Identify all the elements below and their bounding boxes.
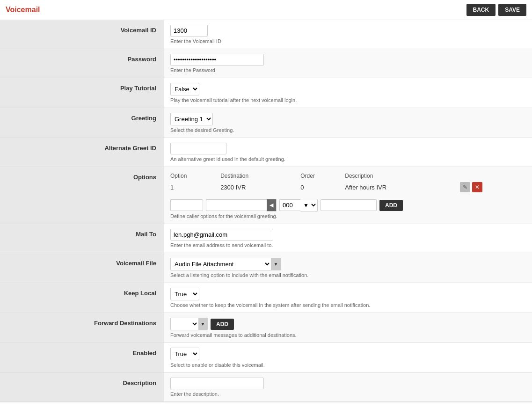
play-tutorial-cell: False True Play the voicemail tutorial a… — [164, 78, 532, 108]
greeting-label: Greeting — [0, 108, 164, 138]
option-dest-wrapper: ◀ — [206, 199, 277, 211]
play-tutorial-label: Play Tutorial — [0, 78, 164, 108]
edit-option-button[interactable]: ✎ — [460, 182, 470, 192]
order-wrapper: ▼ — [279, 199, 318, 211]
password-input[interactable] — [170, 54, 264, 66]
options-row: Options Option Destination Order Descrip… — [0, 167, 532, 224]
options-hint: Define caller options for the voicemail … — [170, 213, 525, 219]
mail-to-cell: Enter the email address to send voicemai… — [164, 224, 532, 253]
description-row: Description Enter the description. — [0, 373, 532, 402]
col-actions — [460, 172, 525, 181]
keep-local-row: Keep Local True False Choose whether to … — [0, 283, 532, 313]
save-button-header[interactable]: SAVE — [498, 4, 526, 16]
alternate-greet-id-label: Alternate Greet ID — [0, 138, 164, 167]
option-order: 0 — [300, 181, 345, 194]
voicemail-file-wrapper: Audio File Attachment Link to Audio File… — [170, 258, 525, 270]
greeting-cell: Greeting 1 Greeting 2 Greeting 3 Select … — [164, 108, 532, 138]
password-row: Password Enter the Password — [0, 49, 532, 78]
col-destination: Destination — [220, 172, 300, 181]
delete-option-button[interactable]: ✕ — [472, 182, 482, 192]
password-label: Password — [0, 49, 164, 78]
enabled-select[interactable]: True False — [170, 348, 199, 360]
option-description: After hours IVR — [345, 181, 460, 194]
header-buttons: BACK SAVE — [466, 4, 526, 16]
order-input[interactable] — [279, 199, 300, 211]
keep-local-label: Keep Local — [0, 283, 164, 313]
voicemail-file-label: Voicemail File — [0, 253, 164, 283]
mail-to-hint: Enter the email address to send voicemai… — [170, 242, 525, 248]
page-header: Voicemail BACK SAVE — [0, 0, 532, 20]
alternate-greet-id-cell: An alternative greet id used in the defa… — [164, 138, 532, 167]
option-value: 1 — [170, 181, 220, 194]
options-cell: Option Destination Order Description 1 2… — [164, 167, 532, 224]
description-hint: Enter the description. — [170, 391, 525, 397]
keep-local-select[interactable]: True False — [170, 288, 199, 300]
keep-local-cell: True False Choose whether to keep the vo… — [164, 283, 532, 313]
greeting-hint: Select the desired Greeting. — [170, 127, 525, 133]
description-label: Description — [0, 373, 164, 401]
greeting-select[interactable]: Greeting 1 Greeting 2 Greeting 3 — [170, 113, 213, 125]
enabled-hint: Select to enable or disable this voicema… — [170, 362, 525, 368]
back-button[interactable]: BACK — [466, 4, 496, 16]
option-input[interactable] — [170, 199, 203, 211]
play-tutorial-hint: Play the voicemail tutorial after the ne… — [170, 97, 525, 103]
greeting-row: Greeting Greeting 1 Greeting 2 Greeting … — [0, 108, 532, 138]
option-dest-arrow-button[interactable]: ◀ — [267, 199, 277, 211]
forward-select-wrapper: ▼ — [170, 318, 208, 330]
voicemail-id-hint: Enter the Voicemail ID — [170, 38, 525, 44]
page-title: Voicemail — [6, 6, 40, 14]
mail-to-label: Mail To — [0, 224, 164, 253]
voicemail-file-select[interactable]: Audio File Attachment Link to Audio File… — [170, 258, 271, 270]
play-tutorial-select[interactable]: False True — [170, 83, 199, 95]
forward-destinations-hint: Forward voicemail messages to additional… — [170, 332, 525, 338]
voicemail-file-hint: Select a listening option to include wit… — [170, 272, 525, 278]
page-footer: SAVE — [0, 402, 532, 408]
voicemail-id-row: Voicemail ID Enter the Voicemail ID — [0, 20, 532, 49]
options-table-row: 1 2300 IVR 0 After hours IVR ✎ ✕ — [170, 181, 525, 194]
enabled-label: Enabled — [0, 343, 164, 372]
enabled-row: Enabled True False Select to enable or d… — [0, 343, 532, 373]
add-forward-button[interactable]: ADD — [211, 319, 234, 330]
forward-destinations-cell: ▼ ADD Forward voicemail messages to addi… — [164, 313, 532, 342]
order-select[interactable]: ▼ — [300, 199, 318, 211]
col-order: Order — [300, 172, 345, 181]
mail-to-input[interactable] — [170, 229, 273, 240]
voicemail-file-cell: Audio File Attachment Link to Audio File… — [164, 253, 532, 283]
forward-row: ▼ ADD — [170, 318, 525, 330]
enabled-cell: True False Select to enable or disable t… — [164, 343, 532, 372]
description-input-field[interactable] — [170, 378, 264, 389]
description-cell: Enter the description. — [164, 373, 532, 401]
form-container: Voicemail ID Enter the Voicemail ID Pass… — [0, 20, 532, 402]
alternate-greet-id-hint: An alternative greet id used in the defa… — [170, 156, 525, 162]
voicemail-file-row: Voicemail File Audio File Attachment Lin… — [0, 253, 532, 283]
forward-dest-dropdown-btn[interactable]: ▼ — [198, 318, 208, 330]
alternate-greet-id-row: Alternate Greet ID An alternative greet … — [0, 138, 532, 167]
add-option-button[interactable]: ADD — [379, 200, 403, 211]
col-description: Description — [345, 172, 460, 181]
voicemail-id-cell: Enter the Voicemail ID — [164, 20, 532, 49]
voicemail-id-label: Voicemail ID — [0, 20, 164, 49]
forward-destinations-row: Forward Destinations ▼ ADD Forward voice… — [0, 313, 532, 343]
option-destination: 2300 IVR — [220, 181, 300, 194]
voicemail-file-dropdown-btn[interactable]: ▼ — [271, 258, 281, 270]
forward-dest-select[interactable] — [170, 318, 198, 330]
options-table: Option Destination Order Description 1 2… — [170, 172, 525, 194]
alternate-greet-id-input[interactable] — [170, 143, 226, 154]
password-cell: Enter the Password — [164, 49, 532, 78]
options-label: Options — [0, 167, 164, 224]
description-input[interactable] — [321, 199, 377, 211]
forward-destinations-label: Forward Destinations — [0, 313, 164, 342]
keep-local-hint: Choose whether to keep the voicemail in … — [170, 302, 525, 308]
options-add-row: ◀ ▼ ADD — [170, 199, 525, 211]
option-dest-input[interactable] — [206, 199, 267, 211]
password-hint: Enter the Password — [170, 67, 525, 73]
play-tutorial-row: Play Tutorial False True Play the voicem… — [0, 78, 532, 108]
mail-to-row: Mail To Enter the email address to send … — [0, 224, 532, 253]
col-option: Option — [170, 172, 220, 181]
voicemail-id-input[interactable] — [170, 25, 208, 36]
